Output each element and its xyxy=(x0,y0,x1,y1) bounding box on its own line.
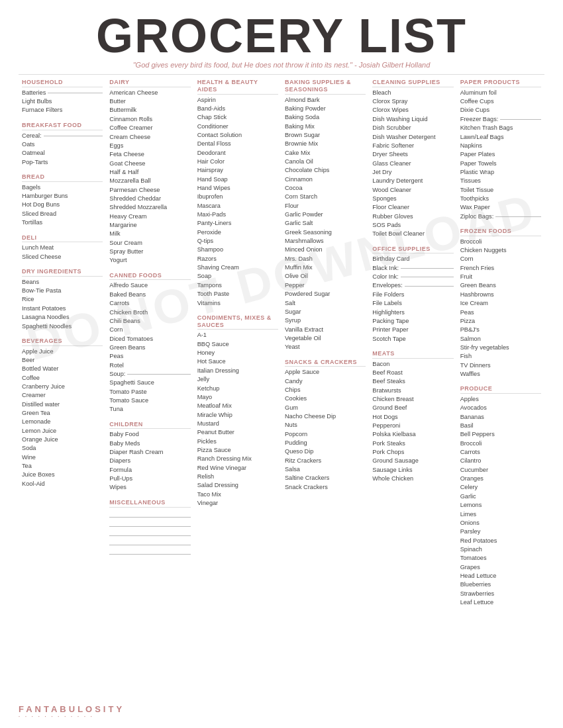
list-item: Baking Mix xyxy=(285,122,366,131)
section-2-1: CONDIMENTS, MIXES & SAUCESA-1BBQ SauceHo… xyxy=(197,314,278,508)
list-item: Corn Starch xyxy=(285,193,366,201)
column-4: CLEANING SUPPLIESBleachClorox SprayCloro… xyxy=(369,79,456,490)
column-5: PAPER PRODUCTSAluminum foilCoffee CupsDi… xyxy=(457,79,544,614)
list-item: Mrs. Dash xyxy=(285,255,366,263)
list-item: Canola Oil xyxy=(285,158,366,166)
list-item: Rubber Gloves xyxy=(372,212,453,221)
list-item: Distilled water xyxy=(22,400,103,409)
list-item: Black Ink: xyxy=(372,264,453,273)
list-item: Parsley xyxy=(460,527,541,536)
list-item: Limes xyxy=(460,510,541,519)
list-item: Snack Crackers xyxy=(285,483,366,492)
list-item: Vegetable Oil xyxy=(285,334,366,343)
list-item: Wood Cleaner xyxy=(372,186,453,195)
list-item: French Fries xyxy=(460,264,541,273)
list-item: Marshmallows xyxy=(285,237,366,246)
list-item: Milk xyxy=(109,230,190,238)
list-item: Salmon xyxy=(460,335,541,343)
list-item: Chicken Breast xyxy=(372,395,453,404)
list-item: Rotel xyxy=(109,361,190,370)
list-item: Jet Dry xyxy=(372,168,453,177)
section-title-0-5: BEVERAGES xyxy=(22,338,103,346)
list-item: Highlighters xyxy=(372,308,453,317)
list-item: Peanut Butter xyxy=(197,428,278,437)
column-0: HOUSEHOLDBatteriesLight BulbsFurnace Fil… xyxy=(19,79,106,495)
list-item: Cereal: xyxy=(22,132,103,140)
list-item: Bleach xyxy=(372,89,453,97)
list-item: Hashbrowns xyxy=(460,291,541,299)
list-item: Sugar xyxy=(285,308,366,316)
column-1: DAIRYAmerican CheeseButterButtermilkCinn… xyxy=(106,79,193,561)
section-title-3-0: BAKING SUPPLIES & SEASONINGS xyxy=(285,79,366,95)
section-4-0: CLEANING SUPPLIESBleachClorox SprayCloro… xyxy=(372,79,453,239)
list-item: Blueberries xyxy=(460,580,541,589)
list-item: Paper Plates xyxy=(460,150,541,159)
list-item: Almond Bark xyxy=(285,96,366,105)
list-item: Gum xyxy=(285,404,366,412)
list-item: Juice Boxes xyxy=(22,471,103,479)
list-item: Sour Cream xyxy=(109,239,190,248)
section-title-5-0: PAPER PRODUCTS xyxy=(460,79,541,87)
section-title-0-0: HOUSEHOLD xyxy=(22,79,103,87)
list-item: Apple Sauce xyxy=(285,368,366,377)
list-item: Oats xyxy=(22,140,103,149)
list-item: Shredded Cheddar xyxy=(109,195,190,203)
top-divider xyxy=(19,74,544,75)
list-item: Toilet Tissue xyxy=(460,186,541,195)
list-item: Goat Cheese xyxy=(109,159,190,168)
list-item: Shredded Mozzarella xyxy=(109,203,190,212)
section-1-3: MISCELLANEOUS xyxy=(109,499,190,555)
list-item: A-1 xyxy=(197,331,278,340)
list-item: Oranges xyxy=(460,475,541,483)
section-0-3: DELILunch MeatSliced Cheese xyxy=(22,234,103,261)
list-item: BBQ Sauce xyxy=(197,340,278,349)
list-item: Onions xyxy=(460,519,541,527)
list-item: Plastic Wrap xyxy=(460,168,541,177)
list-item: Peas xyxy=(109,352,190,361)
list-item: Heavy Cream xyxy=(109,212,190,221)
page: GROCERY LIST "God gives every bird its f… xyxy=(0,0,563,728)
list-item: Buttermilk xyxy=(109,106,190,114)
section-1-1: CANNED FOODSAlfredo SauceBaked BeansCarr… xyxy=(109,272,190,414)
list-item: Parmesan Cheese xyxy=(109,186,190,195)
list-item: Cookies xyxy=(285,394,366,403)
list-item: Cucumber xyxy=(460,466,541,475)
list-item: Broccoli xyxy=(460,238,541,246)
list-item: Salsa xyxy=(285,465,366,474)
section-0-0: HOUSEHOLDBatteriesLight BulbsFurnace Fil… xyxy=(22,79,103,115)
list-item: Greek Seasoning xyxy=(285,228,366,237)
section-title-1-1: CANNED FOODS xyxy=(109,272,190,281)
list-item: Celery xyxy=(460,483,541,492)
list-item: Chicken Nuggets xyxy=(460,246,541,255)
list-item: Cocoa xyxy=(285,184,366,193)
list-item: Cinnamon xyxy=(285,175,366,184)
list-item: Cream Cheese xyxy=(109,133,190,142)
list-item: Pickles xyxy=(197,437,278,446)
item-line xyxy=(500,119,541,120)
list-item: Ketchup xyxy=(197,385,278,393)
list-item: Olive Oil xyxy=(285,272,366,281)
blank-line xyxy=(109,546,190,555)
section-title-0-3: DELI xyxy=(22,234,103,243)
list-item: Oatmeal xyxy=(22,149,103,158)
list-item: PB&J's xyxy=(460,326,541,334)
header: GROCERY LIST "God gives every bird its f… xyxy=(19,12,544,69)
list-item: Polska Kielbasa xyxy=(372,430,453,439)
list-item: Light Bulbs xyxy=(22,97,103,106)
list-item: Ritz Crackers xyxy=(285,457,366,465)
list-item: Eggs xyxy=(109,142,190,150)
list-item: Bagels xyxy=(22,183,103,192)
section-title-5-1: FROZEN FOODS xyxy=(460,228,541,236)
blank-line xyxy=(109,537,190,545)
list-item: Coffee xyxy=(22,374,103,383)
list-item: Beef Roast xyxy=(372,369,453,377)
list-item: Cake Mix xyxy=(285,149,366,158)
list-item: Wipes xyxy=(109,483,190,492)
list-item: Ice Cream xyxy=(460,299,541,308)
column-2: HEALTH & BEAUTY AIDESAspirinBand-AidsCha… xyxy=(194,79,282,514)
list-item: Head Lettuce xyxy=(460,572,541,580)
list-item: Dixie Cups xyxy=(460,106,541,114)
list-item: Green Beans xyxy=(460,281,541,290)
list-item: Hand Wipes xyxy=(197,184,278,193)
list-item: Ranch Dressing Mix xyxy=(197,455,278,463)
